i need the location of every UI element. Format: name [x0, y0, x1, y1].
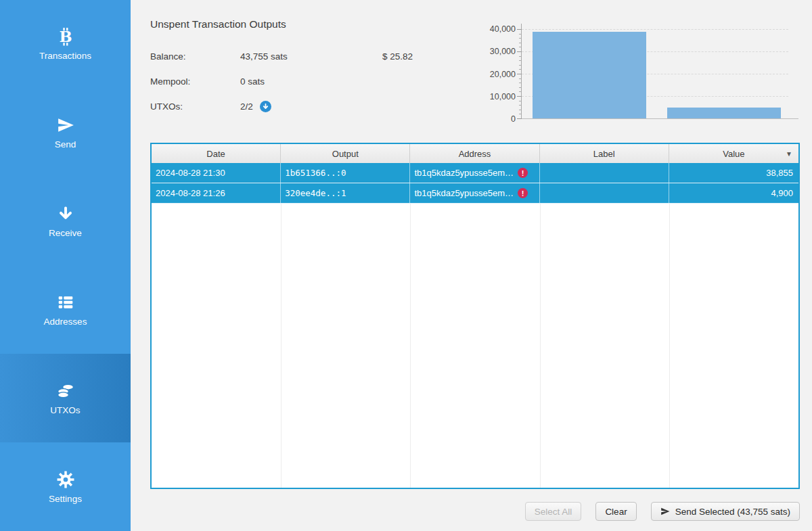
select-all-button[interactable]: Select All — [525, 502, 582, 521]
sidebar-item-label: Settings — [49, 494, 82, 504]
axis-tick-label: 0 — [511, 114, 516, 124]
column-header-address[interactable]: Address — [410, 144, 539, 163]
column-header-label[interactable]: Label — [540, 144, 669, 163]
axis-tick-label: 40,000 — [490, 24, 516, 34]
addresses-icon — [56, 293, 75, 312]
column-divider — [410, 163, 411, 488]
column-header-date[interactable]: Date — [152, 144, 281, 163]
sidebar: B Transactions Send Receive — [0, 0, 131, 531]
table-body: 2024-08-28 21:30 1b651366..:0 tb1q5kdaz5… — [152, 163, 798, 488]
sidebar-item-label: Receive — [49, 228, 82, 238]
cell-output[interactable]: 320ee4de..:1 — [281, 183, 410, 203]
column-divider — [281, 163, 281, 488]
chart-bar — [533, 32, 646, 118]
axis-tick-minor — [519, 38, 522, 39]
action-bar: Select All Clear Send Selected (43,755 s… — [525, 502, 800, 521]
axis-tick-minor — [519, 43, 522, 43]
cell-address[interactable]: tb1q5kdaz5ypusse5em… ! — [410, 183, 539, 203]
utxo-bar-chart — [521, 29, 792, 119]
axis-tick-minor — [519, 56, 522, 57]
sidebar-item-label: UTXOs — [50, 405, 80, 415]
axis-tick-major — [517, 74, 522, 74]
page-title: Unspent Transaction Outputs — [150, 18, 286, 30]
mempool-value: 0 sats — [240, 76, 382, 87]
send-icon — [660, 507, 670, 516]
axis-tick-minor — [519, 47, 522, 47]
svg-text:B: B — [59, 28, 72, 45]
utxos-icon — [56, 382, 75, 400]
axis-tick-minor — [519, 69, 522, 70]
cell-value[interactable]: 38,855 — [669, 163, 798, 183]
axis-tick-major — [517, 51, 522, 52]
wallet-summary: Balance: 43,755 sats $ 25.82 Mempool: 0 … — [150, 51, 413, 112]
receive-icon — [56, 204, 75, 223]
sidebar-item-addresses[interactable]: Addresses — [0, 265, 131, 354]
chart-gridline — [522, 29, 788, 30]
axis-tick-minor — [519, 65, 522, 66]
axis-tick-minor — [519, 87, 522, 88]
sidebar-item-label: Addresses — [44, 317, 87, 327]
cell-date[interactable]: 2024-08-28 21:26 — [152, 183, 281, 203]
bitcoin-icon: B — [56, 27, 75, 46]
utxos-count-value: 2/2 — [240, 101, 253, 112]
sort-descending-icon: ▼ — [786, 150, 792, 158]
axis-tick-minor — [519, 105, 522, 106]
axis-tick-label: 30,000 — [490, 47, 516, 56]
axis-tick-label: 10,000 — [490, 92, 516, 101]
axis-tick-major — [517, 118, 522, 119]
address-warning-icon[interactable]: ! — [518, 188, 528, 198]
utxos-count-row: UTXOs: 2/2 — [150, 101, 413, 112]
balance-value: 43,755 sats — [240, 51, 382, 62]
cell-label[interactable] — [540, 163, 669, 183]
table-row[interactable]: 2024-08-28 21:26 320ee4de..:1 tb1q5kdaz5… — [152, 183, 798, 204]
cell-output[interactable]: 1b651366..:0 — [281, 163, 410, 183]
cell-date[interactable]: 2024-08-28 21:30 — [152, 163, 281, 183]
axis-tick-minor — [519, 83, 522, 83]
column-divider — [540, 163, 541, 488]
axis-tick-major — [517, 96, 522, 97]
column-header-value[interactable]: Value ▼ — [669, 144, 798, 163]
cell-value[interactable]: 4,900 — [669, 183, 798, 203]
axis-tick-minor — [519, 91, 522, 92]
cell-label[interactable] — [540, 183, 669, 203]
axis-tick-label: 20,000 — [490, 70, 516, 79]
sidebar-item-label: Transactions — [39, 51, 91, 61]
axis-tick-major — [517, 29, 522, 30]
utxo-filter-icon[interactable] — [260, 101, 271, 112]
sidebar-item-transactions[interactable]: B Transactions — [0, 0, 131, 89]
sidebar-item-send[interactable]: Send — [0, 89, 131, 177]
balance-label: Balance: — [150, 51, 240, 62]
axis-tick-minor — [519, 78, 522, 79]
column-header-output[interactable]: Output — [281, 144, 410, 163]
axis-tick-minor — [519, 110, 522, 110]
balance-row: Balance: 43,755 sats $ 25.82 — [150, 51, 413, 62]
table-header: Date Output Address Label Value ▼ — [152, 144, 798, 163]
mempool-label: Mempool: — [150, 76, 240, 87]
clear-button[interactable]: Clear — [595, 502, 636, 521]
sidebar-item-settings[interactable]: Settings — [0, 442, 131, 531]
axis-tick-minor — [519, 60, 522, 61]
sidebar-item-receive[interactable]: Receive — [0, 177, 131, 266]
sidebar-item-utxos[interactable]: UTXOs — [0, 354, 131, 442]
chart-bar — [667, 108, 781, 118]
cell-address[interactable]: tb1q5kdaz5ypusse5em… ! — [410, 163, 539, 183]
axis-tick-minor — [519, 101, 522, 101]
settings-icon — [56, 470, 75, 489]
mempool-row: Mempool: 0 sats — [150, 76, 413, 87]
chart-y-axis-labels: 010,00020,00030,00040,000 — [466, 29, 518, 119]
send-selected-button[interactable]: Send Selected (43,755 sats) — [651, 502, 800, 521]
send-icon — [56, 116, 75, 135]
sidebar-item-label: Send — [55, 139, 76, 149]
column-divider — [669, 163, 670, 488]
table-row[interactable]: 2024-08-28 21:30 1b651366..:0 tb1q5kdaz5… — [152, 163, 798, 183]
balance-fiat-value: $ 25.82 — [382, 51, 413, 62]
utxos-count-label: UTXOs: — [150, 101, 240, 112]
axis-tick-minor — [519, 114, 522, 114]
utxo-table: Date Output Address Label Value ▼ 2024-0… — [150, 143, 800, 489]
address-warning-icon[interactable]: ! — [518, 168, 528, 178]
axis-tick-minor — [519, 34, 522, 34]
